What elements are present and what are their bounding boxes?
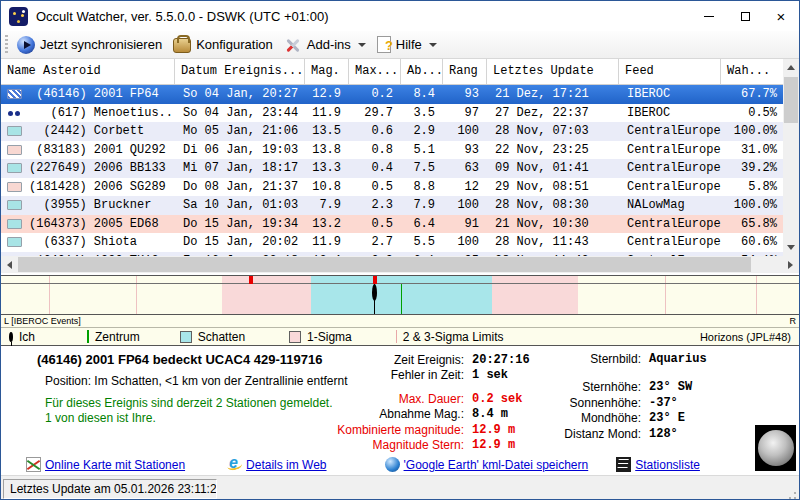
horizontal-scroll-thumb[interactable] [18,257,751,272]
table-row[interactable]: (6337) Shiota Do 15 Jan, 20:02 11.9 2.7 … [1,233,785,252]
google-earth-kml-link[interactable]: 'Google Earth' kml-Datei speichern [385,457,589,472]
status-bar: Letztes Update am 05.01.2026 23:11:23 [1,475,799,500]
web-details-link-label[interactable]: Details im Web [246,458,326,472]
online-map-link[interactable]: Online Karte mit Stationen [26,457,185,472]
scroll-down-button[interactable] [783,239,799,256]
column-header-mag[interactable]: Mag. [305,59,349,84]
column-header-max[interactable]: Max... [349,59,401,84]
field-value: 8.4 m [472,407,508,421]
cell-magnitude: 7.9 [305,196,349,215]
cell-rank: 100 [443,196,487,215]
close-button[interactable]: × [763,1,799,31]
row-type-icon [7,89,22,99]
column-header-wahr[interactable]: Wah... [721,59,785,84]
station-list-icon [616,457,631,472]
cell-rank: 93 [443,85,487,104]
cell-max-duration: 0.5 [349,178,401,197]
cell-magnitude: 12.9 [305,85,349,104]
sync-now-button[interactable]: Jetzt synchronisieren [13,34,169,56]
stations-reported-line: Für dieses Ereignis sind derzeit 2 Stati… [45,396,333,410]
scroll-left-button[interactable] [1,256,18,273]
google-earth-kml-link-label[interactable]: 'Google Earth' kml-Datei speichern [404,458,589,472]
column-header-update[interactable]: Letztes Update [487,59,619,84]
center-line-icon [87,330,89,343]
scroll-up-button[interactable] [783,59,799,76]
legend-sigma1: 1-Sigma [251,330,352,344]
vertical-scroll-thumb[interactable] [784,77,798,123]
configuration-label: Konfiguration [196,37,273,52]
cell-event-date: So 04 Jan, 23:44 [175,104,305,123]
sky-conditions-block: Sternbild:Aquarius Sternhöhe:23° SW Sonn… [529,351,769,442]
cell-feed: IBEROC [619,104,721,123]
arrow-right-icon [788,261,793,269]
event-title: (46146) 2001 FP64 bedeckt UCAC4 429-1197… [37,352,322,367]
google-earth-icon [385,457,400,472]
scroll-right-button[interactable] [782,256,799,273]
cell-event-date: So 04 Jan, 20:27 [175,85,305,104]
table-row[interactable]: (83183) 2001 QU292 Di 06 Jan, 19:03 13.8… [1,141,785,160]
cell-last-update: 28 Nov, 11:43 [487,233,619,252]
column-header-ab[interactable]: Ab... [401,59,443,84]
addins-menu-button[interactable]: Add-ins [280,34,373,56]
station-list-link[interactable]: Stationsliste [616,457,700,472]
app-window: Occult Watcher, ver. 5.5.0.0 - DSWK (UTC… [0,0,800,500]
web-details-link[interactable]: Details im Web [227,457,326,472]
column-header-datum[interactable]: Datum Ereignis... [175,59,305,84]
cell-max-duration: 0.2 [349,85,401,104]
row-type-icon [7,163,22,173]
online-map-link-label[interactable]: Online Karte mit Stationen [45,458,185,472]
table-header: Name Asteroid Datum Ereignis... Mag. Max… [1,59,785,85]
minimize-button[interactable] [691,1,727,31]
table-row[interactable]: (46146) 2001 FP64 So 04 Jan, 20:27 12.9 … [1,85,785,104]
table-row[interactable]: (227649) 2006 BB133 Mi 07 Jan, 18:17 13.… [1,159,785,178]
cell-magnitude: 13.8 [305,141,349,160]
cell-mag-drop: 7.9 [401,196,443,215]
cell-rank: 97 [443,104,487,123]
table-row[interactable]: (181428) 2006 SG289 Do 08 Jan, 21:37 10.… [1,178,785,197]
cell-mag-drop: 8.8 [401,178,443,197]
cell-rank: 91 [443,215,487,234]
field-value: 0.2 sek [472,392,522,406]
help-menu-button[interactable]: Hilfe [373,34,444,55]
cell-max-duration: 2.3 [349,196,401,215]
my-station-pin [372,284,377,301]
toolbar-grip[interactable] [5,35,8,55]
configuration-button[interactable]: Konfiguration [169,35,280,54]
cell-probability: 0.5% [721,104,785,123]
field-label: Fehler in Zeit: [296,368,464,382]
field-label: Magnitude Stern: [296,438,464,452]
event-chart[interactable] [1,275,799,315]
column-header-name[interactable]: Name Asteroid [1,59,175,84]
sigma-limit-line [49,276,50,314]
cell-asteroid-name: (3955) Bruckner [27,196,175,215]
column-header-rang[interactable]: Rang [443,59,487,84]
table-row[interactable]: (3955) Bruckner Sa 10 Jan, 01:03 7.9 2.3… [1,196,785,215]
cell-max-duration: 0.6 [349,122,401,141]
field-value: 23° E [649,411,685,425]
cell-last-update: 09 Nov, 01:41 [487,159,619,178]
sigma23-line-icon [396,330,397,343]
row-type-icon [7,108,22,118]
column-header-feed[interactable]: Feed [619,59,721,84]
cell-magnitude: 11.9 [305,233,349,252]
arrow-up-icon [787,65,795,70]
help-icon [377,36,391,53]
cell-rank: 100 [443,122,487,141]
field-label: Sonnenhöhe: [529,396,641,410]
maximize-button[interactable] [727,1,763,31]
field-value: -37° [649,396,678,410]
table-row[interactable]: (164373) 2005 ED68 Do 15 Jan, 19:34 13.2… [1,215,785,234]
resize-grip[interactable] [787,490,797,500]
table-row[interactable]: (617) Menoetius... So 04 Jan, 23:44 11.9… [1,104,785,123]
row-type-icon [7,200,22,210]
horizontal-scrollbar[interactable] [1,256,799,273]
cell-asteroid-name: (164373) 2005 ED68 [27,215,175,234]
window-title: Occult Watcher, ver. 5.5.0.0 - DSWK (UTC… [36,9,328,24]
station-list-link-label[interactable]: Stationsliste [635,458,700,472]
legend-sigma23-label: 2 & 3-Sigma Limits [403,330,504,344]
cell-event-date: Do 15 Jan, 20:02 [175,233,305,252]
links-row: Online Karte mit Stationen Details im We… [1,454,799,475]
vertical-scrollbar[interactable] [783,59,799,256]
cell-probability: 39.2% [721,159,785,178]
table-row[interactable]: (2442) Corbett Mo 05 Jan, 21:06 13.5 0.6… [1,122,785,141]
